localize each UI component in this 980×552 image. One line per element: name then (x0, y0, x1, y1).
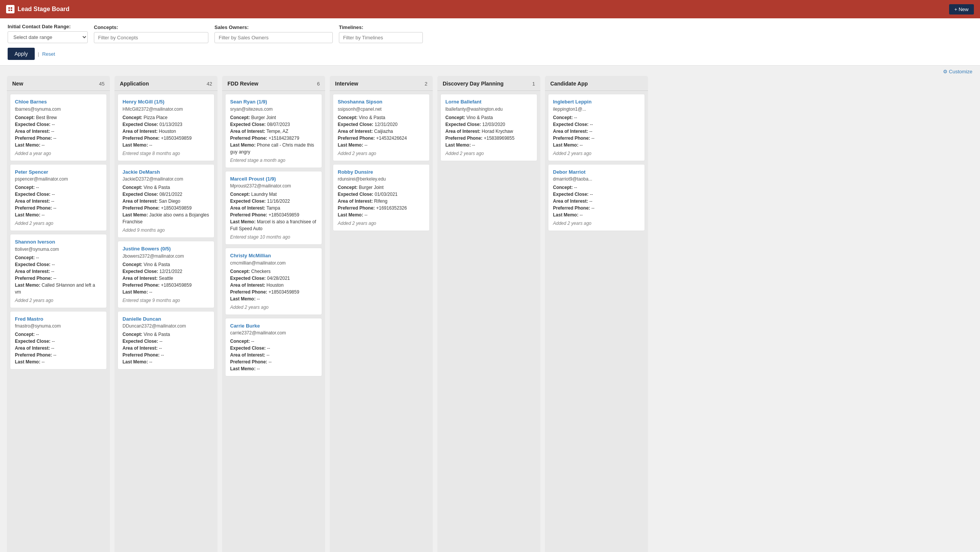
table-row: Christy McMilliancmcmillian@mailinator.c… (225, 248, 322, 315)
card-last-memo: Last Memo: -- (553, 142, 640, 148)
card-name[interactable]: Marcell Proust (1/9) (230, 176, 276, 182)
card-name[interactable]: Danielle Duncan (122, 316, 161, 322)
card-area-of-interest: Area of Interest: Houston (230, 282, 317, 289)
card-area-of-interest: Area of Interest: -- (15, 128, 102, 135)
apply-button[interactable]: Apply (8, 48, 35, 60)
card-preferred-phone: Preferred Phone: +18503459859 (230, 211, 317, 218)
card-name[interactable]: Peter Spencer (15, 169, 48, 175)
card-name[interactable]: Robby Dunsire (338, 169, 373, 175)
card-preferred-phone: Preferred Phone: +18503459859 (122, 205, 210, 211)
card-area-of-interest: Area of Interest: -- (15, 345, 102, 352)
card-name[interactable]: Justine Bowers (0/5) (122, 246, 171, 252)
card-area-of-interest: Area of Interest: -- (553, 128, 640, 135)
card-concept: Concept: Pizza Place (122, 114, 210, 121)
card-name[interactable]: Sean Ryan (1/9) (230, 99, 267, 105)
card-email: lballefanty@washington.edu (445, 106, 532, 113)
card-email: ileppington1@... (553, 106, 640, 113)
table-row: Justine Bowers (0/5)Jbowers2372@mailinat… (118, 241, 214, 308)
separator: | (38, 51, 39, 57)
card-last-memo: Last Memo: -- (122, 142, 210, 148)
table-row: Sean Ryan (1/9)sryan@sitezeus.comConcept… (225, 94, 322, 168)
card-email: fmastro@synuma.com (15, 323, 102, 329)
kanban-board: New45Chloe Barnestbarnes@synuma.comConce… (0, 76, 980, 552)
table-row: Shannon Iversonttoliver@synuma.comConcep… (10, 234, 107, 308)
card-concept: Concept: Burger Joint (338, 184, 425, 191)
gear-icon: ⚙ (943, 69, 948, 74)
reset-button[interactable]: Reset (42, 51, 55, 57)
date-range-filter-group: Initial Contact Date Range: Select date … (8, 24, 88, 43)
card-area-of-interest: Area of Interest: Rifeng (338, 198, 425, 205)
column-cards-interview: Shoshanna Sipsonssipsonh@cpanel.netConce… (330, 91, 433, 234)
column-title-application: Application (120, 81, 149, 87)
column-header-discovery-day-planning: Discovery Day Planning1 (437, 76, 540, 91)
card-name[interactable]: Jackie DeMarsh (122, 169, 160, 175)
card-preferred-phone: Preferred Phone: -- (15, 275, 102, 282)
card-expected-close: Expected Close: -- (15, 338, 102, 345)
card-email: pspencer@mailinator.com (15, 176, 102, 182)
new-button[interactable]: + New (949, 4, 974, 15)
timelines-input[interactable] (339, 32, 423, 43)
column-cards-candidate-app: Inglebert Leppinileppington1@...Concept:… (545, 91, 648, 234)
card-preferred-phone: Preferred Phone: +15838969855 (445, 135, 532, 142)
column-title-fdd-review: FDD Review (227, 81, 258, 87)
column-fdd-review: FDD Review6Sean Ryan (1/9)sryan@sitezeus… (222, 76, 325, 552)
card-expected-close: Expected Close: 08/21/2022 (122, 191, 210, 198)
column-cards-fdd-review: Sean Ryan (1/9)sryan@sitezeus.comConcept… (222, 91, 325, 379)
card-concept: Concept: Vino & Pasta (445, 114, 532, 121)
card-email: carrie2372@mailinator.com (230, 329, 317, 336)
card-name[interactable]: Lorne Ballefant (445, 99, 482, 105)
concepts-label: Concepts: (94, 24, 208, 30)
card-area-of-interest: Area of Interest: Tampa (230, 205, 317, 211)
card-preferred-phone: Preferred Phone: +16916352326 (338, 205, 425, 211)
date-range-label: Initial Contact Date Range: (8, 24, 88, 29)
card-expected-close: Expected Close: -- (15, 261, 102, 268)
app-icon (6, 5, 15, 13)
table-row: Carrie Burkecarrie2372@mailinator.comCon… (225, 318, 322, 377)
column-cards-new: Chloe Barnestbarnes@synuma.comConcept: B… (7, 91, 110, 373)
column-candidate-app: Candidate AppInglebert Leppinileppington… (545, 76, 648, 552)
card-name[interactable]: Carrie Burke (230, 323, 260, 329)
card-area-of-interest: Area of Interest: Horad Krychaw (445, 128, 532, 135)
card-last-memo: Last Memo: -- (338, 142, 425, 148)
card-area-of-interest: Area of Interest: -- (553, 198, 640, 205)
concepts-input[interactable] (94, 32, 208, 43)
card-preferred-phone: Preferred Phone: -- (553, 205, 640, 211)
card-email: Jbowers2372@mailinator.com (122, 253, 210, 260)
card-preferred-phone: Preferred Phone: -- (15, 135, 102, 142)
card-name[interactable]: Shannon Iverson (15, 239, 55, 245)
table-row: Danielle DuncanDDuncan2372@mailinator.co… (118, 311, 214, 370)
card-email: rdunsirei@berkeley.edu (338, 176, 425, 182)
column-title-new: New (12, 81, 23, 87)
customize-button[interactable]: ⚙ Customize (943, 69, 972, 74)
card-name[interactable]: Inglebert Leppin (553, 99, 592, 105)
column-new: New45Chloe Barnestbarnes@synuma.comConce… (7, 76, 110, 552)
card-time-info: Added 2 years ago (15, 220, 102, 227)
timelines-filter-group: Timelines: (339, 24, 423, 43)
date-range-select[interactable]: Select date range (8, 31, 88, 43)
card-name[interactable]: Fred Mastro (15, 316, 43, 322)
owners-input[interactable] (214, 32, 333, 43)
card-time-info: Entered stage 8 months ago (122, 150, 210, 157)
card-name[interactable]: Shoshanna Sipson (338, 99, 382, 105)
card-concept: Concept: Checkers (230, 268, 317, 275)
card-expected-close: Expected Close: -- (15, 121, 102, 128)
column-header-fdd-review: FDD Review6 (222, 76, 325, 91)
table-row: Chloe Barnestbarnes@synuma.comConcept: B… (10, 94, 107, 161)
card-expected-close: Expected Close: -- (553, 121, 640, 128)
board-toolbar: ⚙ Customize (0, 66, 980, 76)
card-name[interactable]: Henry McGill (1/5) (122, 99, 164, 105)
card-name[interactable]: Chloe Barnes (15, 99, 47, 105)
card-expected-close: Expected Close: 01/03/2021 (338, 191, 425, 198)
table-row: Debor Marriotdmarriot9@taoba...Concept: … (548, 164, 645, 231)
column-count-discovery-day-planning: 1 (532, 81, 535, 87)
card-last-memo: Last Memo: -- (230, 295, 317, 302)
table-row: Henry McGill (1/5)HMcGill2372@mailinator… (118, 94, 214, 161)
card-time-info: Added 2 years ago (15, 297, 102, 304)
svg-rect-2 (11, 7, 12, 9)
card-expected-close: Expected Close: -- (122, 338, 210, 345)
card-name[interactable]: Christy McMillian (230, 253, 271, 258)
filters-row: Initial Contact Date Range: Select date … (8, 24, 972, 43)
column-header-application: Application42 (114, 76, 218, 91)
concepts-filter-group: Concepts: (94, 24, 208, 43)
card-name[interactable]: Debor Marriot (553, 169, 585, 175)
